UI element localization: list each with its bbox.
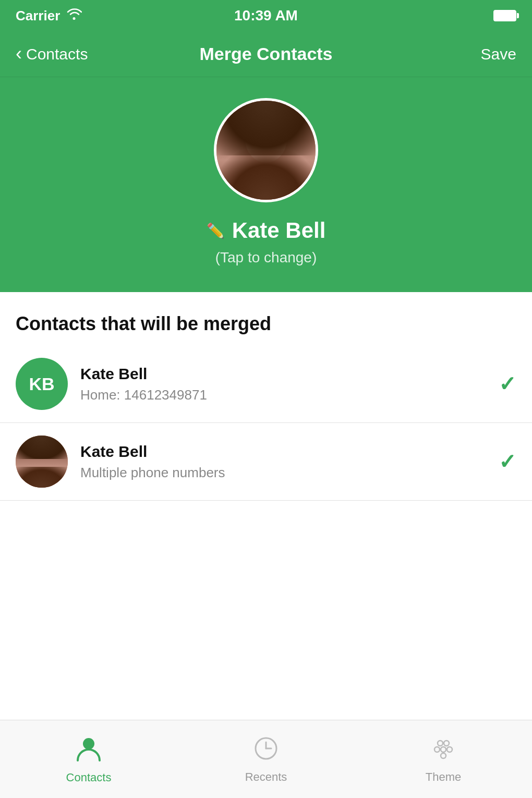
recents-tab-icon <box>252 735 280 766</box>
contact-detail-2: Multiple phone numbers <box>80 465 486 481</box>
svg-point-6 <box>434 747 440 752</box>
back-label: Contacts <box>26 45 88 63</box>
photo-hair-bottom <box>16 467 68 488</box>
status-carrier: Carrier <box>16 8 82 24</box>
contact-info-1: Kate Bell Home: 14612349871 <box>80 365 486 403</box>
back-button[interactable]: ‹ Contacts <box>16 45 88 63</box>
avatar[interactable] <box>214 98 318 202</box>
theme-tab-label: Theme <box>426 770 461 784</box>
tab-contacts[interactable]: Contacts <box>0 720 177 798</box>
contact-name-2: Kate Bell <box>80 443 486 461</box>
contact-name-1: Kate Bell <box>80 365 486 383</box>
svg-point-0 <box>83 738 94 749</box>
avatar-hair-sides <box>216 150 316 200</box>
avatar-image <box>216 101 316 200</box>
checkmark-1: ✓ <box>499 372 516 396</box>
tap-to-change-label: (Tap to change) <box>215 249 317 266</box>
back-chevron-icon: ‹ <box>16 44 22 63</box>
tab-theme[interactable]: Theme <box>355 720 532 798</box>
wifi-icon <box>66 8 82 23</box>
contact-detail-1: Home: 14612349871 <box>80 387 486 403</box>
photo-hair-top <box>16 436 68 459</box>
avatar-hair-top <box>216 101 316 155</box>
status-battery <box>493 10 516 21</box>
contact-avatar-initials-1: KB <box>16 358 68 410</box>
battery-icon <box>493 10 516 21</box>
status-time: 10:39 AM <box>234 7 298 24</box>
profile-name-row: ✏️ Kate Bell <box>207 218 326 243</box>
svg-point-7 <box>441 747 446 752</box>
contact-info-2: Kate Bell Multiple phone numbers <box>80 443 486 481</box>
carrier-label: Carrier <box>16 8 60 24</box>
contact-item-1[interactable]: KB Kate Bell Home: 14612349871 ✓ <box>0 345 532 423</box>
profile-header[interactable]: ✏️ Kate Bell (Tap to change) <box>0 77 532 292</box>
pencil-icon: ✏️ <box>207 222 225 239</box>
content-area: Contacts that will be merged KB Kate Bel… <box>0 292 532 720</box>
contact-avatar-photo-2 <box>16 436 68 488</box>
photo-sim <box>16 436 68 488</box>
contact-item-2[interactable]: Kate Bell Multiple phone numbers ✓ <box>0 423 532 501</box>
contacts-tab-label: Contacts <box>66 771 112 784</box>
nav-bar: ‹ Contacts Merge Contacts Save <box>0 31 532 77</box>
section-title: Contacts that will be merged <box>0 292 532 345</box>
svg-point-9 <box>441 753 446 758</box>
status-bar: Carrier 10:39 AM <box>0 0 532 31</box>
svg-point-5 <box>444 741 449 746</box>
svg-point-8 <box>447 747 452 752</box>
tab-bar: Contacts Recents Theme <box>0 720 532 798</box>
save-button[interactable]: Save <box>481 45 516 63</box>
nav-title: Merge Contacts <box>199 44 332 64</box>
tab-recents[interactable]: Recents <box>177 720 355 798</box>
contacts-tab-icon <box>75 734 103 767</box>
contact-initials-1: KB <box>29 374 54 394</box>
profile-name: Kate Bell <box>232 218 326 243</box>
recents-tab-label: Recents <box>245 770 287 784</box>
theme-tab-icon <box>430 735 457 766</box>
svg-point-4 <box>438 741 443 746</box>
checkmark-2: ✓ <box>499 450 516 474</box>
